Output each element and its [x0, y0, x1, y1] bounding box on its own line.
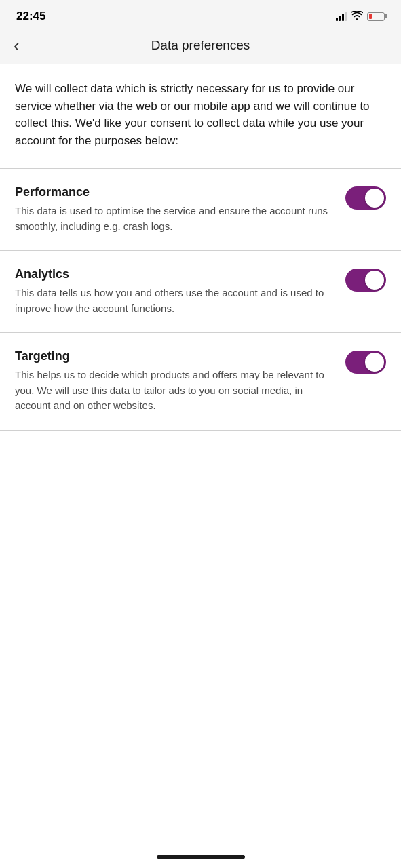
preference-performance: Performance This data is used to optimis… [15, 169, 386, 250]
main-content: We will collect data which is strictly n… [0, 64, 401, 431]
analytics-title: Analytics [15, 267, 335, 281]
targeting-toggle[interactable] [345, 351, 386, 374]
targeting-toggle-knob [365, 353, 384, 372]
preference-analytics: Analytics This data tells us how you and… [15, 251, 386, 332]
status-icons [336, 11, 385, 22]
performance-description: This data is used to optimise the servic… [15, 203, 335, 234]
home-indicator [157, 855, 245, 859]
performance-toggle[interactable] [345, 186, 386, 210]
intro-text: We will collect data which is strictly n… [15, 80, 386, 149]
performance-title: Performance [15, 185, 335, 199]
performance-toggle-knob [365, 189, 384, 208]
wifi-icon [351, 11, 363, 22]
signal-icon [336, 12, 347, 21]
status-time: 22:45 [16, 9, 45, 23]
analytics-toggle-knob [365, 271, 384, 290]
page-title: Data preferences [151, 38, 250, 53]
preference-targeting: Targeting This helps us to decide which … [15, 333, 386, 430]
divider-bottom [0, 430, 401, 431]
targeting-description: This helps us to decide which products a… [15, 368, 335, 414]
analytics-description: This data tells us how you and others us… [15, 285, 335, 316]
header: ‹ Data preferences [0, 30, 401, 64]
back-button[interactable]: ‹ [14, 37, 20, 54]
battery-icon [367, 12, 385, 21]
status-bar: 22:45 [0, 0, 401, 30]
targeting-title: Targeting [15, 349, 335, 363]
analytics-toggle[interactable] [345, 269, 386, 292]
